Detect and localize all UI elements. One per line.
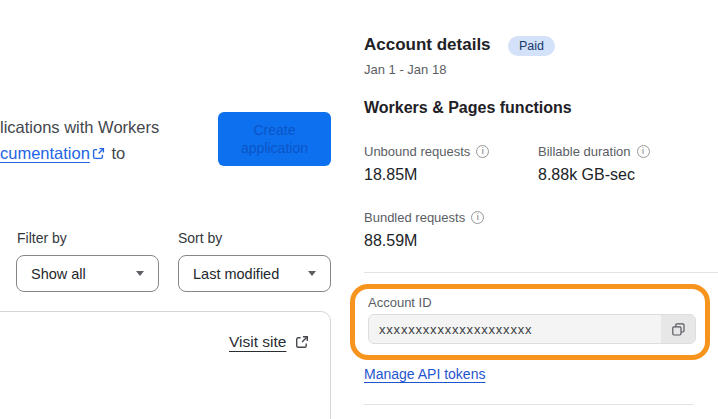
- account-details-title: Account details: [364, 35, 491, 55]
- paid-plan-badge: Paid: [508, 36, 555, 56]
- intro-line-2-suffix: to: [111, 144, 125, 162]
- bundled-requests-label: Bundled requests i: [364, 210, 484, 225]
- filter-dropdown-value: Show all: [31, 266, 86, 282]
- visit-site-row: Visit site: [229, 333, 309, 351]
- divider: [364, 404, 694, 405]
- documentation-link[interactable]: cumentation: [0, 144, 90, 162]
- visit-site-link[interactable]: Visit site: [229, 333, 286, 351]
- info-icon[interactable]: i: [476, 145, 489, 158]
- copy-account-id-button[interactable]: [661, 315, 695, 343]
- billable-duration-label: Billable duration i: [538, 144, 650, 159]
- intro-line-2: cumentation to: [0, 140, 159, 166]
- divider: [364, 272, 718, 273]
- date-range: Jan 1 - Jan 18: [364, 62, 446, 77]
- workers-pages-functions-title: Workers & Pages functions: [364, 99, 572, 117]
- sort-dropdown-value: Last modified: [193, 266, 279, 282]
- external-link-icon: [92, 147, 105, 160]
- create-application-button[interactable]: Create application: [218, 112, 331, 166]
- project-card: [0, 311, 331, 419]
- account-id-field-group: [368, 314, 696, 344]
- billable-duration-value: 8.88k GB-sec: [538, 166, 635, 184]
- metric-label-text: Bundled requests: [364, 210, 465, 225]
- sort-dropdown[interactable]: Last modified: [178, 255, 331, 292]
- intro-line-1: lications with Workers: [0, 114, 159, 140]
- info-icon[interactable]: i: [471, 211, 484, 224]
- account-id-input[interactable]: [369, 315, 661, 343]
- intro-text: lications with Workers cumentation to: [0, 114, 159, 166]
- chevron-down-icon: [136, 271, 144, 276]
- unbound-requests-label: Unbound requests i: [364, 144, 489, 159]
- workers-pages-dashboard: lications with Workers cumentation to Cr…: [0, 0, 718, 419]
- external-link-icon: [295, 335, 309, 349]
- metric-label-text: Unbound requests: [364, 144, 470, 159]
- copy-icon: [671, 322, 686, 337]
- chevron-down-icon: [308, 271, 316, 276]
- info-icon[interactable]: i: [637, 145, 650, 158]
- filter-by-label: Filter by: [17, 230, 67, 246]
- filter-dropdown[interactable]: Show all: [16, 255, 159, 292]
- unbound-requests-value: 18.85M: [364, 166, 417, 184]
- bundled-requests-value: 88.59M: [364, 232, 417, 250]
- account-id-label: Account ID: [368, 295, 432, 310]
- manage-api-tokens-link[interactable]: Manage API tokens: [364, 366, 485, 382]
- metric-label-text: Billable duration: [538, 144, 631, 159]
- sort-by-label: Sort by: [178, 230, 222, 246]
